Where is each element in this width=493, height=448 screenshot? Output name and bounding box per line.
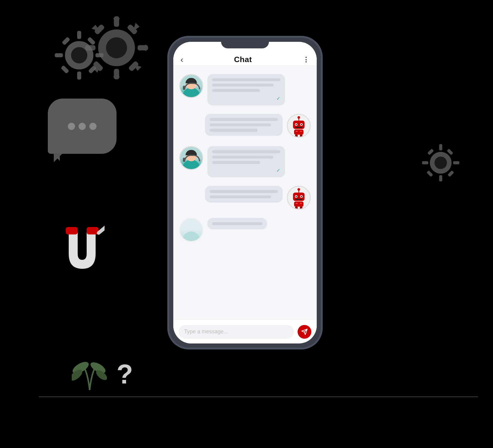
svg-point-57 (301, 196, 302, 197)
svg-rect-12 (55, 53, 63, 57)
svg-rect-30 (66, 227, 78, 234)
bubble-line (212, 222, 262, 225)
svg-rect-31 (87, 227, 99, 234)
svg-point-29 (434, 157, 447, 169)
svg-rect-58 (295, 199, 303, 200)
bubble-line (212, 150, 280, 153)
svg-rect-16 (87, 37, 96, 45)
send-button[interactable] (298, 325, 311, 339)
svg-rect-10 (77, 31, 81, 39)
svg-point-39 (298, 116, 300, 119)
svg-rect-25 (448, 170, 454, 177)
human-avatar (179, 74, 203, 98)
bubble-dot-1 (68, 123, 75, 130)
svg-rect-59 (294, 202, 304, 207)
svg-point-19 (71, 47, 87, 63)
input-placeholder: Type a message... (184, 329, 228, 335)
bubble-line (210, 118, 278, 121)
human-avatar (179, 146, 203, 170)
message-bubble: ✓ (207, 146, 285, 177)
svg-rect-47 (296, 131, 298, 132)
bubble-line (210, 123, 271, 126)
svg-line-32 (99, 225, 105, 233)
svg-rect-61 (300, 203, 302, 204)
question-mark: ? (117, 359, 133, 390)
svg-rect-13 (95, 53, 103, 57)
message-row (179, 218, 311, 242)
message-row (179, 114, 311, 138)
read-tick: ✓ (276, 168, 280, 173)
bubble-line (212, 161, 260, 164)
svg-point-1 (106, 37, 127, 58)
bubble-line (212, 78, 280, 81)
input-bar: Type a message... (173, 320, 317, 343)
bubble-line (210, 190, 278, 193)
svg-rect-20 (439, 144, 442, 151)
message-bubble (207, 218, 267, 229)
bubble-line (210, 129, 258, 132)
message-row: ✓ (179, 74, 311, 105)
svg-rect-17 (61, 65, 69, 74)
phone-screen: ‹ Chat ⋮ (173, 42, 317, 343)
message-input-field[interactable]: Type a message... (179, 325, 294, 339)
svg-rect-14 (62, 37, 70, 45)
message-bubble (205, 114, 283, 136)
bubble-dot-3 (89, 123, 97, 130)
message-bubble (205, 186, 283, 202)
back-button[interactable]: ‹ (180, 55, 183, 65)
bubble-line (212, 89, 260, 92)
svg-rect-45 (295, 127, 303, 128)
svg-rect-5 (137, 45, 148, 50)
gear-small (421, 143, 460, 182)
robot-avatar (287, 186, 311, 210)
chat-title: Chat (234, 55, 252, 64)
svg-rect-26 (447, 149, 453, 155)
gear-medium (54, 30, 105, 81)
magnet-decoration (60, 224, 105, 273)
svg-point-43 (296, 124, 297, 125)
robot-avatar (287, 114, 311, 138)
svg-point-56 (296, 196, 297, 197)
bubble-tail (53, 153, 60, 161)
bubble-line (212, 84, 273, 87)
menu-button[interactable]: ⋮ (303, 58, 310, 61)
svg-rect-60 (296, 203, 298, 204)
read-tick: ✓ (276, 96, 280, 101)
svg-rect-22 (422, 161, 428, 164)
chat-bubble-decoration (48, 99, 117, 154)
notch-bar (221, 38, 269, 48)
message-row: ✓ (179, 146, 311, 177)
svg-rect-27 (427, 170, 433, 177)
svg-rect-49 (295, 135, 298, 137)
svg-point-52 (298, 188, 300, 191)
svg-rect-11 (77, 71, 81, 79)
svg-rect-62 (295, 207, 298, 209)
svg-rect-50 (300, 135, 303, 137)
human-avatar (179, 218, 203, 242)
svg-point-44 (301, 124, 302, 125)
svg-rect-15 (88, 65, 97, 74)
chat-messages-area: ✓ (173, 66, 317, 320)
bubble-dot-2 (79, 123, 86, 130)
message-bubble: ✓ (207, 74, 285, 105)
bubble-line (210, 195, 271, 198)
svg-rect-63 (300, 207, 303, 209)
phone-notch (167, 38, 323, 48)
svg-rect-46 (294, 130, 304, 135)
phone-frame: ‹ Chat ⋮ (167, 36, 323, 349)
ground-line (39, 396, 478, 397)
plant-decoration (72, 351, 108, 391)
svg-rect-24 (427, 149, 434, 155)
svg-rect-23 (453, 161, 460, 164)
bubble-line (212, 156, 273, 159)
message-row (179, 186, 311, 210)
svg-rect-2 (114, 16, 119, 27)
svg-rect-3 (114, 69, 119, 79)
svg-rect-21 (439, 175, 442, 182)
svg-rect-48 (300, 131, 302, 132)
